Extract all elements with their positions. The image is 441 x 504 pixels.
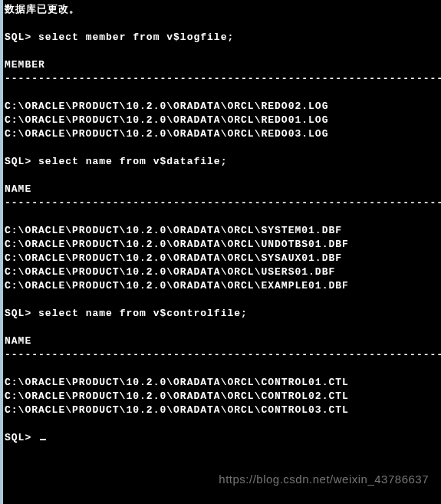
column-header: NAME: [5, 334, 441, 348]
status-line: 数据库已更改。: [5, 3, 441, 17]
sql-prompt-line: SQL> select name from v$controlfile;: [5, 307, 441, 321]
result-row: C:\ORACLE\PRODUCT\10.2.0\ORADATA\ORCL\RE…: [5, 114, 441, 127]
result-row: C:\ORACLE\PRODUCT\10.2.0\ORADATA\ORCL\SY…: [5, 224, 441, 238]
column-header: NAME: [5, 183, 441, 196]
sql-prompt: SQL>: [5, 31, 31, 43]
terminal-output: 数据库已更改。 SQL> select member from v$logfil…: [3, 0, 441, 445]
sql-prompt: SQL>: [5, 432, 31, 443]
sql-query: select member from v$logfile;: [38, 31, 234, 43]
result-row: C:\ORACLE\PRODUCT\10.2.0\ORADATA\ORCL\RE…: [5, 100, 441, 114]
result-row: C:\ORACLE\PRODUCT\10.2.0\ORADATA\ORCL\RE…: [5, 127, 441, 141]
sql-query: select name from v$datafile;: [38, 156, 227, 167]
sql-prompt-active[interactable]: SQL>: [5, 431, 441, 445]
divider: ----------------------------------------…: [5, 72, 441, 86]
sql-prompt-line: SQL> select member from v$logfile;: [5, 31, 441, 44]
result-row: C:\ORACLE\PRODUCT\10.2.0\ORADATA\ORCL\CO…: [5, 390, 441, 404]
result-row: C:\ORACLE\PRODUCT\10.2.0\ORADATA\ORCL\CO…: [5, 376, 441, 390]
divider: ----------------------------------------…: [5, 196, 441, 210]
watermark-text: https://blog.csdn.net/weixin_43786637: [219, 473, 429, 486]
cursor-icon: [40, 439, 46, 440]
column-header: MEMBER: [5, 58, 441, 72]
divider: ----------------------------------------…: [5, 348, 441, 362]
sql-prompt-line: SQL> select name from v$datafile;: [5, 155, 441, 169]
result-row: C:\ORACLE\PRODUCT\10.2.0\ORADATA\ORCL\UN…: [5, 238, 441, 252]
sql-query: select name from v$controlfile;: [38, 308, 248, 319]
result-row: C:\ORACLE\PRODUCT\10.2.0\ORADATA\ORCL\CO…: [5, 404, 441, 417]
sql-prompt: SQL>: [5, 156, 31, 167]
result-row: C:\ORACLE\PRODUCT\10.2.0\ORADATA\ORCL\SY…: [5, 252, 441, 265]
sql-prompt: SQL>: [5, 308, 31, 319]
result-row: C:\ORACLE\PRODUCT\10.2.0\ORADATA\ORCL\EX…: [5, 279, 441, 293]
result-row: C:\ORACLE\PRODUCT\10.2.0\ORADATA\ORCL\US…: [5, 265, 441, 279]
